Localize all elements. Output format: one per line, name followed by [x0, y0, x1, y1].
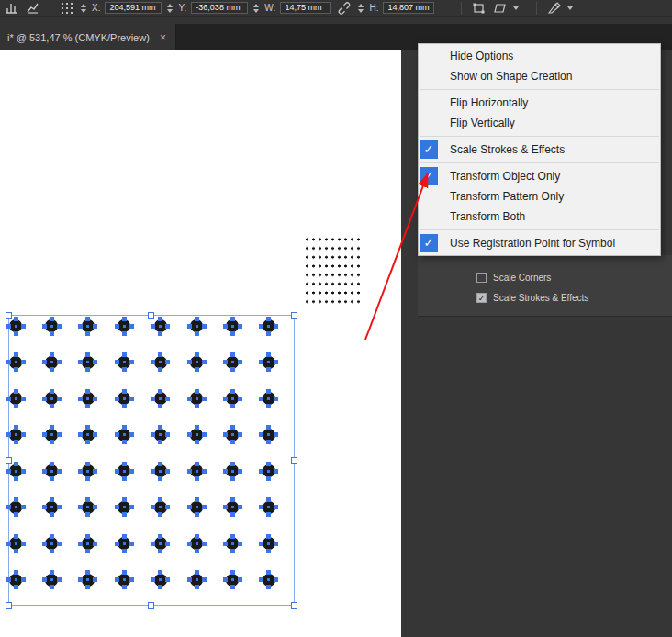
- y-stepper[interactable]: [166, 4, 174, 13]
- width-input[interactable]: 14,75 mm: [280, 2, 331, 14]
- control-bar: X: 204,591 mm Y: -36,038 mm W: 14,75 mm …: [0, 0, 672, 17]
- width-label: W:: [264, 4, 275, 13]
- document-tab[interactable]: i* @ 531,47 % (CMYK/Preview) ×: [0, 24, 176, 50]
- checkbox-scale-corners[interactable]: ✓ Scale Corners: [476, 273, 551, 283]
- illustrator-app: X: 204,591 mm Y: -36,038 mm W: 14,75 mm …: [0, 0, 672, 637]
- transform-bounds-icon[interactable]: [470, 1, 487, 16]
- toolbar-separator: [50, 2, 50, 15]
- selection-handle-sw[interactable]: [6, 602, 12, 609]
- selection-handle-w[interactable]: [6, 457, 12, 464]
- scale-dialog-partial: ✓ Scale Corners ✓ Scale Strokes & Effect…: [418, 255, 672, 317]
- menu-item-flip-vertically[interactable]: ✓ Flip Vertically: [419, 113, 660, 133]
- menu-item-transform-pattern-only[interactable]: ✓ Transform Pattern Only: [419, 186, 660, 207]
- tab-close-icon[interactable]: ×: [158, 32, 168, 43]
- chevron-down-icon[interactable]: [567, 6, 573, 10]
- x-label: X:: [92, 4, 100, 13]
- graph-columns-icon[interactable]: [4, 1, 20, 16]
- selection-handle-nw[interactable]: [6, 312, 12, 318]
- selection-bounding-box[interactable]: [8, 315, 295, 606]
- menu-separator: [420, 162, 659, 163]
- y-input[interactable]: -36,038 mm: [191, 2, 248, 14]
- artboard-canvas[interactable]: [0, 50, 401, 637]
- menu-item-transform-object-only[interactable]: ✓ Transform Object Only: [419, 166, 660, 186]
- checkbox-scale-strokes-effects[interactable]: ✓ Scale Strokes & Effects: [476, 293, 588, 303]
- menu-item-transform-both[interactable]: ✓ Transform Both: [419, 207, 660, 227]
- checkbox-icon: ✓: [476, 293, 487, 303]
- transform-options-menu: ✓ Hide Options ✓ Show on Shape Creation …: [418, 43, 661, 256]
- chevron-down-icon[interactable]: [513, 6, 519, 10]
- toolbar-separator: [461, 2, 462, 15]
- checkbox-icon: ✓: [476, 273, 487, 283]
- selection-handle-se[interactable]: [291, 602, 297, 609]
- menu-item-show-on-shape-creation[interactable]: ✓ Show on Shape Creation: [419, 66, 660, 86]
- height-stepper[interactable]: [357, 4, 364, 13]
- menu-separator: [420, 229, 659, 230]
- x-input[interactable]: 204,591 mm: [105, 2, 162, 14]
- menu-separator: [420, 89, 659, 90]
- selection-handle-s[interactable]: [148, 602, 154, 609]
- check-icon: ✓: [420, 140, 438, 159]
- width-stepper[interactable]: [252, 4, 260, 13]
- x-stepper[interactable]: [80, 4, 87, 13]
- unlink-dimensions-icon[interactable]: [336, 1, 353, 16]
- appearance-style-icon[interactable]: [545, 1, 562, 16]
- height-label: H:: [369, 4, 378, 13]
- shear-icon[interactable]: [491, 1, 508, 16]
- menu-item-flip-horizontally[interactable]: ✓ Flip Horizontally: [419, 93, 660, 113]
- document-title: i* @ 531,47 % (CMYK/Preview): [7, 32, 150, 43]
- menu-item-use-registration-point[interactable]: ✓ Use Registration Point for Symbol: [419, 233, 660, 253]
- menu-item-scale-strokes-effects[interactable]: ✓ Scale Strokes & Effects: [419, 140, 660, 160]
- selection-handle-e[interactable]: [291, 457, 297, 464]
- y-label: Y:: [178, 4, 186, 13]
- menu-item-hide-options[interactable]: ✓ Hide Options: [419, 46, 660, 66]
- graph-marks-icon[interactable]: [25, 1, 41, 16]
- reference-point-selector-icon[interactable]: [59, 1, 75, 16]
- selection-handle-n[interactable]: [148, 312, 154, 318]
- toolbar-separator: [536, 2, 537, 15]
- pattern-dots-preview[interactable]: [303, 234, 362, 306]
- menu-separator: [420, 136, 659, 137]
- toolbar-lower-strip: [0, 17, 672, 24]
- selection-handle-ne[interactable]: [291, 312, 297, 318]
- check-icon: ✓: [420, 167, 438, 185]
- check-icon: ✓: [420, 234, 438, 252]
- height-input[interactable]: 14,807 mm: [383, 2, 434, 14]
